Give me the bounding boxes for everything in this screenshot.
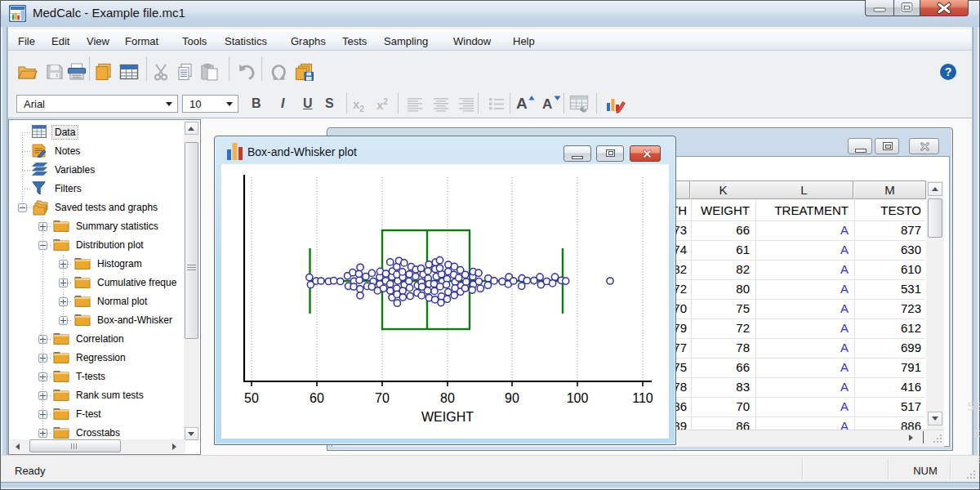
svg-text:A: A bbox=[542, 96, 552, 112]
svg-text:110: 110 bbox=[632, 391, 653, 405]
svg-text:50: 50 bbox=[244, 391, 259, 405]
svg-text:60: 60 bbox=[310, 391, 324, 405]
svg-text:80: 80 bbox=[440, 391, 455, 405]
svg-text:A: A bbox=[516, 95, 528, 112]
svg-text:WEIGHT: WEIGHT bbox=[421, 410, 474, 424]
svg-text:70: 70 bbox=[375, 391, 390, 405]
svg-text:?: ? bbox=[945, 65, 952, 78]
svg-text:100: 100 bbox=[567, 391, 589, 405]
svg-text:90: 90 bbox=[505, 391, 519, 405]
